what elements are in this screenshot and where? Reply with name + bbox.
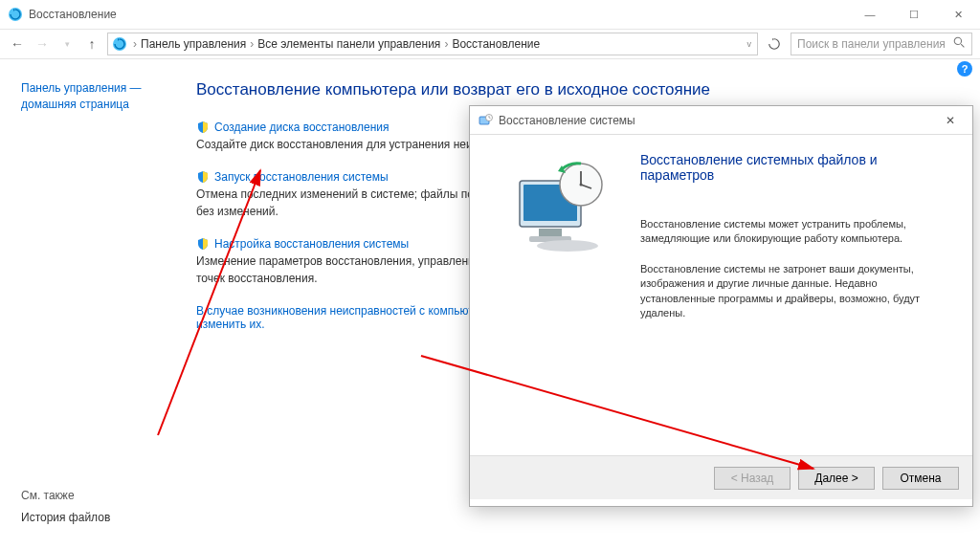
up-button[interactable]: ↑ [82,34,101,54]
see-also-section: См. также История файлов [21,489,110,526]
svg-point-2 [954,37,961,44]
footnote-link[interactable]: изменить их. [196,318,265,331]
dialog-text-pane: Восстановление системных файлов и параме… [640,144,953,455]
dialog-paragraph: Восстановление системы не затронет ваши … [640,262,953,321]
window-controls: — ☐ ✕ [848,0,980,29]
breadcrumb-item[interactable]: Панель управления [141,37,246,51]
back-button[interactable]: ← [8,34,27,54]
window-title: Восстановление [29,8,117,21]
shield-icon [196,237,210,251]
maximize-button[interactable]: ☐ [892,0,936,29]
search-icon [953,36,966,52]
svg-point-10 [537,240,598,252]
svg-line-3 [961,44,964,47]
breadcrumb-dropdown[interactable]: v [746,39,754,49]
system-restore-dialog: Восстановление системы ✕ [469,105,973,507]
search-placeholder: Поиск в панели управления [797,37,946,51]
computer-clock-graphic [502,154,617,259]
link-label: Настройка восстановления системы [214,237,409,251]
search-input[interactable]: Поиск в панели управления [791,33,972,55]
cancel-button[interactable]: Отмена [882,467,959,490]
system-restore-icon [478,113,493,128]
dialog-title: Восстановление системы [499,114,635,127]
chevron-right-icon: › [133,37,137,51]
dialog-heading: Восстановление системных файлов и параме… [640,152,953,183]
sidebar: Панель управления — домашняя страница См… [0,59,187,549]
file-history-link[interactable]: История файлов [21,510,110,526]
link-label: Запуск восстановления системы [214,170,389,184]
link-label: Создание диска восстановления [214,121,390,134]
close-button[interactable]: ✕ [936,0,980,29]
next-button[interactable]: Далее > [798,467,875,490]
back-button[interactable]: < Назад [714,467,791,490]
toolbar: ← → ▾ ↑ › Панель управления › Все элемен… [0,29,980,59]
dialog-titlebar[interactable]: Восстановление системы ✕ [470,106,972,135]
refresh-button[interactable] [764,33,785,55]
breadcrumb-item[interactable]: Все элементы панели управления [257,37,440,51]
title-bar: Восстановление — ☐ ✕ [0,0,980,29]
svg-rect-8 [539,229,562,236]
dialog-body: Восстановление системных файлов и параме… [470,135,972,455]
see-also-label: См. также [21,489,110,502]
dialog-close-button[interactable]: ✕ [936,111,965,130]
forward-button[interactable]: → [33,34,52,54]
control-panel-home-link[interactable]: Панель управления — домашняя страница [21,80,166,113]
breadcrumb[interactable]: › Панель управления › Все элементы панел… [107,33,758,55]
shield-icon [196,170,210,184]
shield-icon [196,121,210,134]
recovery-icon [8,7,23,22]
recovery-icon [112,36,127,52]
breadcrumb-item[interactable]: Восстановление [452,37,540,51]
page-heading: Восстановление компьютера или возврат ег… [196,80,953,99]
dialog-graphic-pane [479,144,640,455]
recent-dropdown[interactable]: ▾ [57,34,77,54]
dialog-paragraph: Восстановление системы может устранить п… [640,217,953,247]
chevron-right-icon: › [444,37,448,51]
minimize-button[interactable]: — [848,0,892,29]
chevron-right-icon: › [250,37,254,51]
dialog-footer: < Назад Далее > Отмена [470,455,972,499]
